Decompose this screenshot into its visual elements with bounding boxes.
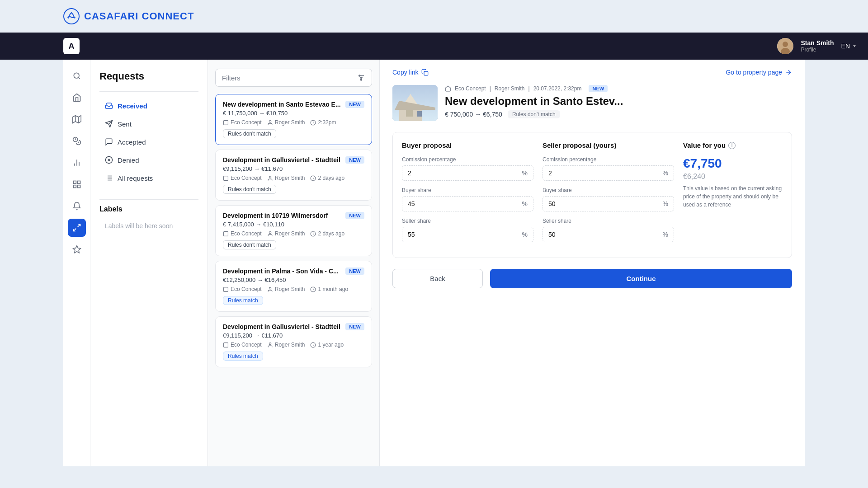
divider — [99, 91, 198, 92]
brand-logo[interactable]: CASAFARI CONNECT — [63, 8, 194, 24]
card-agent-3: Roger Smith — [267, 286, 305, 292]
building-icon — [72, 180, 81, 189]
buyer-share-unit: % — [522, 200, 528, 207]
svg-point-41 — [269, 231, 271, 233]
svg-rect-37 — [224, 176, 228, 180]
svg-point-33 — [361, 79, 362, 80]
card-tag-3: Rules match — [223, 296, 263, 305]
nav-item-all-requests[interactable]: All requests — [99, 169, 198, 187]
language-selector[interactable]: EN — [841, 42, 857, 50]
property-badge: NEW — [589, 85, 608, 92]
card-company-3: Eco Concept — [223, 286, 262, 292]
search-icon — [72, 71, 81, 80]
card-meta-1: Eco Concept Roger Smith 2 days ago — [223, 175, 364, 181]
coins-icon — [72, 136, 81, 145]
nav-bar: A Stan Smith Profile EN — [0, 33, 868, 60]
clock-icon-3 — [310, 286, 316, 292]
buyer-commission-input[interactable]: % — [402, 165, 533, 181]
star-icon — [72, 245, 81, 254]
sidebar-item-star[interactable] — [68, 240, 86, 258]
back-button[interactable]: Back — [392, 269, 483, 288]
buyer-share-input[interactable]: % — [402, 196, 533, 211]
building-small-icon-3 — [223, 286, 229, 292]
svg-point-0 — [64, 9, 79, 24]
seller-buyer-share-input[interactable]: % — [542, 196, 674, 211]
sidebar-item-home[interactable] — [68, 89, 86, 107]
svg-point-2 — [783, 42, 788, 47]
seller-proposal-col: Seller proposal (yours) Comission percen… — [542, 141, 674, 249]
buyer-share-label: Buyer share — [402, 187, 533, 193]
divider-2 — [99, 199, 198, 200]
request-card-1[interactable]: Development in Gallusviertel - Stadtteil… — [215, 150, 372, 201]
nav-item-received[interactable]: Received — [99, 97, 198, 114]
svg-point-4 — [74, 73, 79, 78]
inbox-icon — [105, 102, 113, 110]
avatar[interactable] — [777, 38, 793, 54]
request-card-0[interactable]: New development in Santo Estevao E... NE… — [215, 94, 372, 145]
card-tag-1: Rules don't match — [223, 185, 276, 194]
seller-proposal-title: Seller proposal (yours) — [542, 141, 674, 149]
svg-point-31 — [359, 75, 360, 76]
sidebar-item-building[interactable] — [68, 175, 86, 193]
card-agent-4: Roger Smith — [267, 342, 305, 348]
buyer-seller-share-field[interactable] — [408, 231, 520, 238]
filters-bar[interactable]: Filters — [215, 69, 372, 87]
sidebar-item-connect[interactable] — [68, 219, 86, 237]
seller-commission-label: Comission percentage — [542, 156, 674, 163]
property-info: Eco Concept | Roger Smith | 20.07.2022, … — [445, 85, 792, 118]
seller-seller-share-field[interactable] — [548, 231, 661, 238]
seller-commission-input[interactable]: % — [542, 165, 674, 181]
goto-property-button[interactable]: Go to property page — [726, 69, 792, 76]
sidebar-item-chart[interactable] — [68, 154, 86, 172]
person-icon-1 — [267, 175, 273, 181]
send-icon — [105, 120, 113, 128]
property-photo — [392, 85, 438, 121]
nav-item-sent[interactable]: Sent — [99, 115, 198, 132]
property-title: New development in Santo Estev... — [445, 95, 792, 108]
buyer-share-field[interactable] — [408, 200, 520, 207]
buyer-proposal-title: Buyer proposal — [402, 141, 533, 149]
buyer-commission-unit: % — [522, 169, 528, 177]
badge-new-3: NEW — [345, 267, 364, 275]
value-for-you-col: Value for you i €7,750 €6,240 This value… — [683, 141, 783, 249]
property-price-line: € 750,000 → €6,750 Rules don't match — [445, 110, 792, 118]
svg-rect-34 — [224, 120, 228, 125]
card-company-4: Eco Concept — [223, 342, 262, 348]
badge-new-4: NEW — [345, 323, 364, 330]
svg-point-32 — [361, 77, 362, 79]
nav-logo-letter[interactable]: A — [63, 38, 80, 54]
user-name: Stan Smith — [801, 39, 834, 47]
person-icon-2 — [267, 231, 273, 237]
nav-item-accepted[interactable]: Accepted — [99, 133, 198, 150]
card-time-0: 2:32pm — [310, 119, 336, 126]
card-tag-4: Rules match — [223, 352, 263, 361]
svg-rect-55 — [406, 110, 413, 117]
buyer-proposal-col: Buyer proposal Comission percentage % Bu… — [402, 141, 533, 249]
main-layout: Requests Received Sent Accepted — [0, 60, 868, 466]
svg-rect-12 — [73, 181, 76, 184]
card-company-0: Eco Concept — [223, 119, 262, 126]
request-card-4[interactable]: Development in Gallusviertel - Stadtteil… — [215, 316, 372, 367]
value-note: This value is based on the current askin… — [683, 184, 783, 209]
seller-seller-share-input[interactable]: % — [542, 227, 674, 242]
copy-link-button[interactable]: Copy link — [392, 69, 429, 76]
request-card-3[interactable]: Development in Palma - Son Vida - C... N… — [215, 261, 372, 312]
info-icon[interactable]: i — [728, 142, 736, 149]
svg-point-47 — [269, 343, 271, 344]
seller-commission-field[interactable] — [548, 169, 661, 177]
sidebar-item-search[interactable] — [68, 67, 86, 85]
buyer-seller-share-input[interactable]: % — [402, 227, 533, 242]
sidebar-item-map[interactable] — [68, 110, 86, 128]
sidebar-item-bell[interactable] — [68, 197, 86, 215]
svg-rect-43 — [224, 287, 228, 291]
seller-commission-unit: % — [663, 169, 668, 177]
card-time-3: 1 month ago — [310, 286, 348, 292]
seller-buyer-share-field[interactable] — [548, 200, 661, 207]
request-card-2[interactable]: Development in 10719 Wilmersdorf NEW € 7… — [215, 205, 372, 256]
continue-button[interactable]: Continue — [490, 269, 792, 288]
card-price-0: € 11,750,000 → €10,750 — [223, 110, 364, 117]
building-small-icon-1 — [223, 175, 229, 181]
sidebar-item-coins[interactable] — [68, 132, 86, 150]
buyer-commission-field[interactable] — [408, 169, 520, 177]
nav-item-denied[interactable]: Denied — [99, 151, 198, 169]
